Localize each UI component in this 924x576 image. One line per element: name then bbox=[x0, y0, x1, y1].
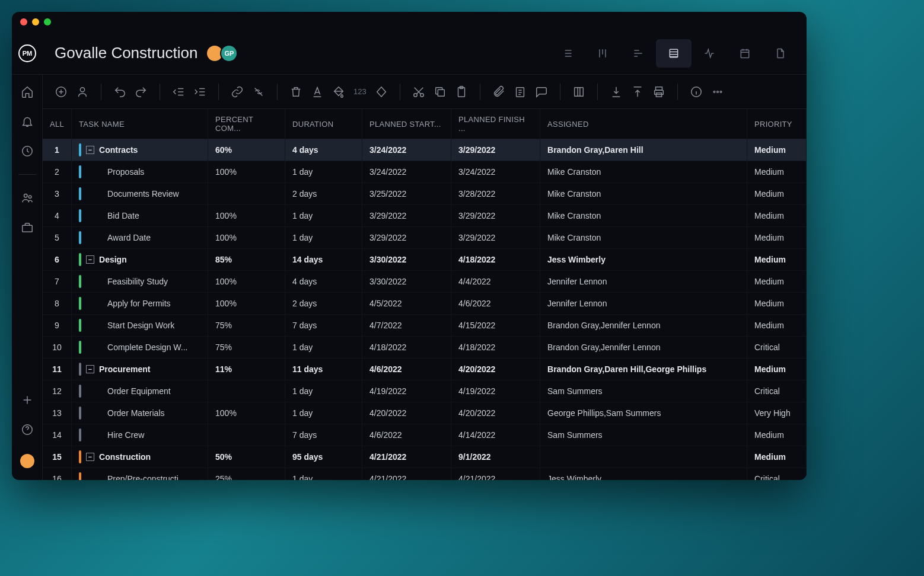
cell-duration[interactable]: 1 day bbox=[285, 380, 362, 402]
cell-assigned[interactable] bbox=[540, 446, 747, 468]
col-pct[interactable]: PERCENT COM... bbox=[208, 109, 285, 139]
team-icon[interactable] bbox=[21, 191, 34, 204]
collapse-toggle[interactable]: − bbox=[86, 453, 94, 461]
minimize-icon[interactable] bbox=[32, 18, 39, 25]
table-row[interactable]: 6−Design85%14 days3/30/20224/18/2022Jess… bbox=[43, 249, 807, 271]
cell-priority[interactable]: Medium bbox=[747, 183, 807, 205]
cell-priority[interactable]: Medium bbox=[747, 227, 807, 249]
export-icon[interactable] bbox=[631, 85, 644, 98]
clock-icon[interactable] bbox=[21, 145, 34, 158]
home-icon[interactable] bbox=[21, 85, 34, 98]
col-priority[interactable]: PRIORITY bbox=[747, 109, 807, 139]
cell-pct[interactable]: 100% bbox=[208, 205, 285, 227]
cell-assigned[interactable]: Jennifer Lennon bbox=[540, 293, 747, 315]
table-row[interactable]: 15−Construction50%95 days4/21/20229/1/20… bbox=[43, 446, 807, 468]
cell-pct[interactable]: 100% bbox=[208, 227, 285, 249]
trash-icon[interactable] bbox=[289, 85, 302, 98]
indent-icon[interactable] bbox=[193, 85, 206, 98]
cell-pct[interactable] bbox=[208, 424, 285, 446]
cell-assigned[interactable]: Mike Cranston bbox=[540, 205, 747, 227]
cell-duration[interactable]: 2 days bbox=[285, 293, 362, 315]
table-row[interactable]: 7Feasibility Study100%4 days3/30/20224/4… bbox=[43, 271, 807, 293]
cell-start[interactable]: 4/18/2022 bbox=[362, 337, 451, 359]
cell-finish[interactable]: 4/6/2022 bbox=[451, 293, 540, 315]
note-icon[interactable] bbox=[514, 85, 527, 98]
cell-start[interactable]: 4/19/2022 bbox=[362, 380, 451, 402]
cell-pct[interactable]: 50% bbox=[208, 446, 285, 468]
cell-pct[interactable] bbox=[208, 380, 285, 402]
unlink-icon[interactable] bbox=[252, 85, 265, 98]
cell-pct[interactable]: 100% bbox=[208, 161, 285, 183]
collapse-toggle[interactable]: − bbox=[86, 255, 94, 264]
table-row[interactable]: 5Award Date100%1 day3/29/20223/29/2022Mi… bbox=[43, 227, 807, 249]
cell-pct[interactable]: 100% bbox=[208, 402, 285, 424]
row-number[interactable]: 6 bbox=[43, 249, 72, 271]
outdent-icon[interactable] bbox=[172, 85, 185, 98]
row-number[interactable]: 7 bbox=[43, 271, 72, 293]
cell-assigned[interactable]: Sam Summers bbox=[540, 424, 747, 446]
link-icon[interactable] bbox=[231, 85, 244, 98]
cell-start[interactable]: 3/29/2022 bbox=[362, 205, 451, 227]
assignee-avatars[interactable]: GP bbox=[206, 44, 234, 62]
comment-icon[interactable] bbox=[535, 85, 548, 98]
cell-priority[interactable]: Medium bbox=[747, 139, 807, 161]
cell-finish[interactable]: 4/20/2022 bbox=[451, 359, 540, 380]
number-format-label[interactable]: 123 bbox=[353, 87, 367, 96]
view-board-icon[interactable] bbox=[585, 39, 620, 68]
redo-icon[interactable] bbox=[135, 85, 148, 98]
text-color-icon[interactable] bbox=[311, 85, 324, 98]
close-icon[interactable] bbox=[20, 18, 27, 25]
cell-start[interactable]: 4/21/2022 bbox=[362, 446, 451, 468]
import-icon[interactable] bbox=[610, 85, 623, 98]
cell-pct[interactable]: 75% bbox=[208, 315, 285, 337]
cell-duration[interactable]: 1 day bbox=[285, 205, 362, 227]
cell-assigned[interactable]: Brandon Gray,Jennifer Lennon bbox=[540, 337, 747, 359]
cell-start[interactable]: 3/25/2022 bbox=[362, 183, 451, 205]
assign-icon[interactable] bbox=[76, 85, 89, 98]
table-row[interactable]: 11−Procurement11%11 days4/6/20224/20/202… bbox=[43, 359, 807, 380]
view-file-icon[interactable] bbox=[763, 39, 798, 68]
table-row[interactable]: 14Hire Crew7 days4/6/20224/14/2022Sam Su… bbox=[43, 424, 807, 446]
cell-start[interactable]: 4/20/2022 bbox=[362, 402, 451, 424]
row-number[interactable]: 3 bbox=[43, 183, 72, 205]
undo-icon[interactable] bbox=[113, 85, 126, 98]
briefcase-icon[interactable] bbox=[21, 221, 34, 234]
cell-duration[interactable]: 1 day bbox=[285, 161, 362, 183]
more-icon[interactable] bbox=[711, 85, 724, 98]
cell-priority[interactable]: Medium bbox=[747, 293, 807, 315]
app-logo[interactable]: PM bbox=[12, 44, 43, 62]
row-number[interactable]: 5 bbox=[43, 227, 72, 249]
table-row[interactable]: 16Prep/Pre-constructi...25%1 day4/21/202… bbox=[43, 468, 807, 481]
table-row[interactable]: 1−Contracts60%4 days3/24/20223/29/2022Br… bbox=[43, 139, 807, 161]
cell-assigned[interactable]: Jess Wimberly bbox=[540, 249, 747, 271]
cell-priority[interactable]: Medium bbox=[747, 446, 807, 468]
cell-pct[interactable]: 11% bbox=[208, 359, 285, 380]
table-row[interactable]: 13Order Materials100%1 day4/20/20224/20/… bbox=[43, 402, 807, 424]
collapse-toggle[interactable]: − bbox=[86, 365, 94, 373]
cell-start[interactable]: 4/7/2022 bbox=[362, 315, 451, 337]
cell-assigned[interactable]: Mike Cranston bbox=[540, 183, 747, 205]
cell-pct[interactable] bbox=[208, 183, 285, 205]
cell-priority[interactable]: Critical bbox=[747, 380, 807, 402]
table-row[interactable]: 9Start Design Work75%7 days4/7/20224/15/… bbox=[43, 315, 807, 337]
task-name[interactable]: Documents Review bbox=[107, 189, 179, 199]
row-number[interactable]: 1 bbox=[43, 139, 72, 161]
cell-finish[interactable]: 4/14/2022 bbox=[451, 424, 540, 446]
cell-assigned[interactable]: Brandon Gray,Daren Hill bbox=[540, 139, 747, 161]
maximize-icon[interactable] bbox=[44, 18, 51, 25]
cell-finish[interactable]: 4/19/2022 bbox=[451, 380, 540, 402]
cell-duration[interactable]: 1 day bbox=[285, 337, 362, 359]
cell-pct[interactable]: 100% bbox=[208, 293, 285, 315]
view-calendar-icon[interactable] bbox=[727, 39, 763, 68]
row-number[interactable]: 14 bbox=[43, 424, 72, 446]
bell-icon[interactable] bbox=[21, 115, 34, 128]
cut-icon[interactable] bbox=[412, 85, 425, 98]
col-duration[interactable]: DURATION bbox=[285, 109, 362, 139]
task-name[interactable]: Start Design Work bbox=[107, 321, 174, 330]
cell-start[interactable]: 3/30/2022 bbox=[362, 249, 451, 271]
add-icon[interactable] bbox=[55, 85, 68, 98]
avatar[interactable]: GP bbox=[220, 44, 238, 62]
cell-assigned[interactable]: Brandon Gray,Jennifer Lennon bbox=[540, 315, 747, 337]
user-avatar[interactable] bbox=[19, 453, 36, 469]
task-name[interactable]: Procurement bbox=[99, 364, 150, 374]
